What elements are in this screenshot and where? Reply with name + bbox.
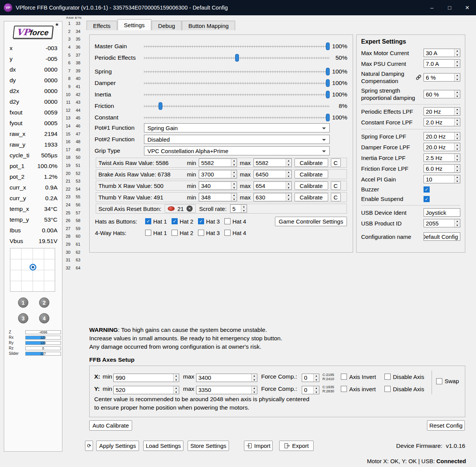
constant-slider[interactable] — [144, 116, 330, 119]
spin-up-icon[interactable]: ▲ — [231, 182, 237, 186]
slider-handle[interactable] — [326, 42, 330, 50]
thumb-x-min-input[interactable]: 340▲▼ — [199, 181, 237, 190]
thumb-y-max-input[interactable]: 630▲▼ — [254, 193, 292, 201]
tab-settings[interactable]: Settings — [118, 19, 151, 30]
spin-up-icon[interactable]: ▲ — [455, 165, 460, 168]
ffb-x-min-input[interactable]: 990▲▼ — [113, 374, 179, 382]
spin-up-icon[interactable]: ▲ — [252, 386, 257, 390]
pot-1-function-dropdown[interactable]: Spring Gain — [144, 123, 330, 132]
import-button[interactable]: Import — [244, 441, 273, 451]
twist-axis-center-button[interactable]: C — [331, 158, 341, 167]
slider-handle[interactable] — [326, 79, 330, 87]
export-button[interactable]: Export — [279, 441, 314, 451]
thumb-y-calibrate-button[interactable]: Calibrate — [294, 193, 328, 201]
spin-up-icon[interactable]: ▲ — [455, 108, 460, 111]
spin-down-icon[interactable]: ▼ — [314, 378, 319, 382]
preset-button-3[interactable]: 3 — [18, 313, 28, 323]
spin-up-icon[interactable]: ▲ — [314, 386, 319, 390]
spin-down-icon[interactable]: ▼ — [231, 197, 237, 201]
spin-down-icon[interactable]: ▼ — [455, 111, 460, 116]
slider-handle[interactable] — [326, 68, 330, 75]
thumb-x-center-button[interactable]: C — [331, 181, 341, 190]
four-way-hats-hat-4-checkbox[interactable] — [224, 230, 231, 236]
hats-as-buttons-hat-2-checkbox[interactable]: ✓ — [172, 218, 178, 224]
spin-up-icon[interactable]: ▲ — [455, 73, 460, 77]
spin-down-icon[interactable]: ▼ — [455, 168, 460, 173]
spin-down-icon[interactable]: ▼ — [455, 179, 460, 183]
spin-up-icon[interactable]: ▲ — [286, 170, 291, 174]
slider-handle[interactable] — [235, 54, 239, 62]
master-gain-slider[interactable] — [144, 45, 330, 48]
spin-down-icon[interactable]: ▼ — [455, 147, 460, 151]
spin-up-icon[interactable]: ▲ — [241, 205, 247, 209]
thumb-x-max-input[interactable]: 654▲▼ — [254, 181, 292, 190]
periodic-effects-slider[interactable] — [144, 57, 330, 59]
scroll-rate-input[interactable]: 5▲▼ — [230, 204, 247, 213]
spin-up-icon[interactable]: ▲ — [455, 175, 460, 179]
spin-down-icon[interactable]: ▼ — [231, 163, 237, 167]
clear-icon[interactable]: ✕ — [186, 206, 193, 212]
natural-damping-compensation-input[interactable]: 6 %▲▼ — [424, 73, 460, 82]
spin-down-icon[interactable]: ▼ — [286, 163, 291, 167]
spin-up-icon[interactable]: ▲ — [455, 90, 460, 94]
spin-up-icon[interactable]: ▲ — [455, 143, 460, 147]
brake-axis-max-input[interactable]: 6450▲▼ — [254, 170, 292, 178]
ffb-x-max-input[interactable]: 3400▲▼ — [196, 374, 257, 382]
close-button[interactable]: ✕ — [458, 0, 476, 15]
spin-down-icon[interactable]: ▼ — [455, 136, 460, 140]
spin-up-icon[interactable]: ▲ — [455, 60, 460, 64]
spin-up-icon[interactable]: ▲ — [231, 159, 237, 163]
preset-button-2[interactable]: 2 — [39, 297, 49, 308]
spin-down-icon[interactable]: ▼ — [455, 53, 460, 57]
twist-axis-max-input[interactable]: 5582▲▼ — [254, 158, 292, 167]
apply-settings-button[interactable]: Apply Settings — [96, 441, 139, 451]
thumb-y-center-button[interactable]: C — [331, 193, 341, 201]
preset-button-4[interactable]: 4 — [39, 313, 49, 323]
tab-debug[interactable]: Debug — [152, 21, 182, 30]
friction-slider[interactable] — [144, 105, 330, 108]
y-axis-invert-checkbox[interactable] — [341, 386, 347, 392]
spring-slider[interactable] — [144, 70, 330, 73]
slider-handle[interactable] — [326, 114, 330, 121]
usb-product-id-input[interactable]: 2055▲▼ — [424, 219, 460, 227]
thumb-x-calibrate-button[interactable]: Calibrate — [294, 181, 328, 190]
spin-down-icon[interactable]: ▼ — [286, 186, 291, 190]
spin-down-icon[interactable]: ▼ — [286, 197, 291, 201]
brake-axis-calibrate-button[interactable]: Calibrate — [294, 170, 328, 178]
x-disable-axis-checkbox[interactable] — [384, 374, 391, 380]
buzzer-checkbox[interactable]: ✓ — [424, 186, 430, 193]
constant-force-lpf-input[interactable]: 2.0 Hz▲▼ — [424, 118, 460, 126]
configuration-name-input[interactable]: Default Config — [424, 232, 460, 241]
spin-up-icon[interactable]: ▲ — [455, 154, 460, 158]
damper-slider[interactable] — [144, 82, 330, 85]
spin-up-icon[interactable]: ▲ — [455, 49, 460, 53]
ffb-y-min-input[interactable]: 520▲▼ — [113, 386, 179, 394]
tab-effects[interactable]: Effects — [87, 21, 117, 30]
x-axis-invert-checkbox[interactable] — [341, 374, 347, 380]
minimize-button[interactable]: – — [423, 0, 441, 15]
spin-down-icon[interactable]: ▼ — [286, 174, 291, 178]
auto-calibrate-button[interactable]: Auto Calibrate — [89, 420, 132, 431]
hats-as-buttons-hat-4-checkbox[interactable] — [224, 218, 231, 224]
max-psu-current-input[interactable]: 7.0 A▲▼ — [424, 59, 460, 68]
spin-up-icon[interactable]: ▲ — [231, 170, 237, 174]
twist-axis-calibrate-button[interactable]: Calibrate — [294, 158, 328, 167]
spin-up-icon[interactable]: ▲ — [231, 193, 237, 197]
spin-down-icon[interactable]: ▼ — [314, 390, 319, 394]
spin-down-icon[interactable]: ▼ — [455, 122, 460, 126]
grip-type-dropdown[interactable]: VPC Constellation Alpha+Prime — [144, 146, 330, 155]
ffb-y-force-comp-input[interactable]: 0▲▼ — [302, 386, 319, 394]
thumb-y-min-input[interactable]: 348▲▼ — [199, 193, 237, 201]
spin-down-icon[interactable]: ▼ — [241, 209, 247, 213]
hats-as-buttons-hat-3-checkbox[interactable]: ✓ — [198, 218, 204, 224]
game-controller-settings-button[interactable]: Game Controller Settings — [275, 217, 347, 226]
spin-up-icon[interactable]: ▲ — [173, 386, 179, 390]
spin-down-icon[interactable]: ▼ — [455, 77, 460, 82]
ffb-x-force-comp-input[interactable]: 0▲▼ — [302, 374, 319, 382]
reset-config-button[interactable]: Reset Config — [427, 420, 465, 431]
spin-down-icon[interactable]: ▼ — [231, 174, 237, 178]
refresh-button[interactable]: ⟳ — [85, 441, 93, 451]
max-motor-current-input[interactable]: 30 A▲▼ — [424, 49, 460, 57]
spin-up-icon[interactable]: ▲ — [286, 193, 291, 197]
friction-force-lpf-input[interactable]: 6.0 Hz▲▼ — [424, 164, 460, 173]
